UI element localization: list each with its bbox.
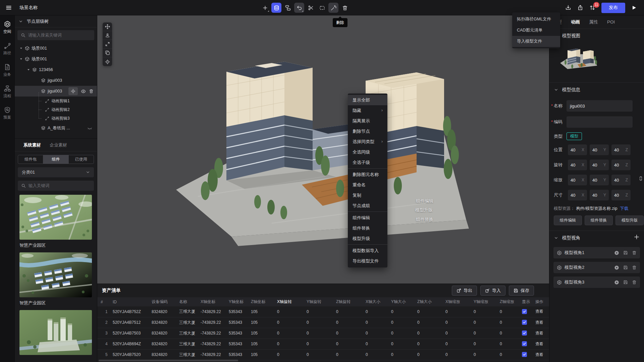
- locate-node-icon[interactable]: [68, 87, 78, 95]
- tree-node-selected[interactable]: jigui003: [15, 86, 97, 97]
- context-menu-item[interactable]: 选择同类型›: [348, 136, 387, 147]
- nav-item-plan[interactable]: 预案: [3, 107, 11, 120]
- sync-transfer-icon[interactable]: 11: [589, 5, 595, 11]
- caret-down-icon[interactable]: [26, 68, 31, 71]
- play-view-icon[interactable]: [614, 265, 619, 270]
- context-menu-item[interactable]: 模型数据导入: [348, 245, 387, 256]
- context-menu-item[interactable]: 全选子级: [348, 157, 387, 168]
- column-header[interactable]: X轴大小: [362, 297, 388, 306]
- row-visible-checkbox[interactable]: [522, 330, 527, 336]
- save-view-icon[interactable]: [623, 265, 628, 270]
- model-view-item[interactable]: 模型视角1: [553, 247, 640, 258]
- material-search-input[interactable]: [29, 183, 91, 188]
- context-menu-item[interactable]: 隔离展示: [348, 116, 387, 126]
- scale-x-input[interactable]: 40X: [568, 175, 587, 185]
- section-model-info[interactable]: 模型信息: [549, 83, 644, 96]
- save-view-icon[interactable]: [623, 250, 628, 255]
- delete-view-icon[interactable]: [632, 280, 637, 285]
- tree-node[interactable]: 场景001: [15, 43, 97, 54]
- position-y-input[interactable]: 40Y: [590, 144, 609, 155]
- scale-y-input[interactable]: 40Y: [590, 175, 609, 185]
- pan-move-icon[interactable]: [103, 22, 112, 31]
- row-view-link[interactable]: 查看: [535, 309, 543, 314]
- import-button[interactable]: 导入: [480, 286, 505, 296]
- group-nodes-button[interactable]: [283, 3, 293, 13]
- model-action-button[interactable]: 组件替换: [585, 216, 613, 225]
- delete-node-icon[interactable]: [89, 89, 94, 94]
- caret-down-icon[interactable]: [19, 57, 23, 61]
- row-view-link[interactable]: 查看: [535, 320, 543, 325]
- segment-component[interactable]: 组件: [43, 155, 68, 164]
- table-row[interactable]: 1 520YJA4B752Z 8324820 三维大厦 -743829.22 5…: [97, 306, 549, 317]
- row-visible-checkbox[interactable]: [522, 309, 527, 314]
- column-header[interactable]: Z轴坐标: [248, 297, 274, 306]
- rotation-y-input[interactable]: 40Y: [590, 160, 609, 170]
- size-y-input[interactable]: 40Y: [590, 190, 609, 200]
- tab-enterprise-material[interactable]: 企业素材: [50, 142, 67, 148]
- export-menu-item[interactable]: CAD图元清单: [512, 25, 560, 36]
- row-visible-checkbox[interactable]: [522, 341, 527, 346]
- category-dropdown[interactable]: 分类01: [18, 167, 94, 177]
- section-model-view[interactable]: 模型视图: [549, 29, 644, 42]
- preview-play-icon[interactable]: [631, 5, 637, 10]
- row-visible-checkbox[interactable]: [522, 352, 527, 357]
- tab-animation[interactable]: 动画: [571, 19, 580, 25]
- download-icon[interactable]: [565, 5, 571, 11]
- save-button[interactable]: 保存: [509, 286, 534, 296]
- name-field[interactable]: [567, 100, 633, 112]
- context-menu-item[interactable]: 删除图元名称: [348, 169, 387, 180]
- context-menu-item[interactable]: 全选同级: [348, 147, 387, 157]
- export-menu-item[interactable]: 导入模型文件: [512, 36, 560, 47]
- share-export-icon[interactable]: [577, 5, 583, 11]
- model-action-button[interactable]: 模型升版: [615, 216, 644, 225]
- context-menu-item[interactable]: 组件替换: [348, 223, 387, 233]
- column-header[interactable]: 操作: [532, 297, 549, 306]
- table-row[interactable]: 3 520YJA4B7503 8324820 三维大厦 -743829.22 5…: [97, 328, 549, 339]
- context-menu-item[interactable]: 隐藏›: [348, 105, 387, 116]
- tree-node[interactable]: jigui003: [15, 75, 97, 86]
- publish-button[interactable]: 发布: [601, 3, 625, 13]
- tree-node[interactable]: 123456: [15, 64, 97, 75]
- column-header[interactable]: Z轴缩放: [496, 297, 519, 306]
- row-visible-checkbox[interactable]: [522, 320, 527, 325]
- fullscreen-icon[interactable]: [103, 40, 112, 49]
- export-menu-item[interactable]: 拓扑路径GML文件: [512, 14, 560, 25]
- undo-button[interactable]: [294, 3, 304, 13]
- model-view-item[interactable]: 模型视角3: [553, 277, 640, 288]
- hamburger-menu-icon[interactable]: [5, 4, 13, 12]
- material-card[interactable]: / 智慧产业园区: [19, 252, 92, 306]
- nav-item-business[interactable]: 业务: [3, 64, 11, 77]
- section-model-views[interactable]: 模型视角: [549, 231, 644, 244]
- column-header[interactable]: X轴缩放: [442, 297, 470, 306]
- viewport-3d[interactable]: [97, 15, 549, 284]
- export-button[interactable]: 导出: [452, 286, 477, 296]
- visibility-eye-icon[interactable]: [81, 89, 86, 94]
- column-header[interactable]: ID: [109, 297, 148, 306]
- tree-node[interactable]: 场景001: [15, 54, 97, 64]
- tab-poi[interactable]: POI: [607, 19, 615, 24]
- context-menu-item[interactable]: 模型升级: [348, 233, 387, 244]
- column-header[interactable]: Y轴大小: [388, 297, 414, 306]
- rotation-z-input[interactable]: 40Z: [611, 160, 631, 170]
- row-view-link[interactable]: 查看: [535, 352, 543, 357]
- nav-item-flow[interactable]: 流程: [3, 85, 11, 99]
- segment-component-pack[interactable]: 组件包: [18, 155, 43, 164]
- model-view-item[interactable]: 模型视角2: [553, 262, 640, 273]
- model-action-button[interactable]: 组件编辑: [554, 216, 582, 225]
- material-search[interactable]: [18, 181, 94, 191]
- tab-attributes[interactable]: 属性: [589, 19, 598, 25]
- column-header[interactable]: Y轴旋转: [303, 297, 333, 306]
- column-header[interactable]: 名称: [176, 297, 197, 306]
- save-view-icon[interactable]: [623, 280, 628, 285]
- context-menu-item[interactable]: 导出模型文件: [348, 256, 387, 266]
- add-view-icon[interactable]: [634, 234, 639, 240]
- cut-button[interactable]: [306, 3, 316, 13]
- column-header[interactable]: Y轴坐标: [225, 297, 248, 306]
- context-menu-item[interactable]: 组件编辑: [348, 213, 387, 223]
- tree-node-animation-clip[interactable]: 动画剪辑2: [15, 105, 97, 114]
- duplicate-icon[interactable]: [103, 49, 112, 57]
- tree-node[interactable]: A_卷纸筒 ...: [15, 123, 97, 133]
- column-header[interactable]: Y轴缩放: [470, 297, 496, 306]
- tree-search[interactable]: [17, 30, 94, 40]
- context-menu-item[interactable]: 复制: [348, 190, 387, 200]
